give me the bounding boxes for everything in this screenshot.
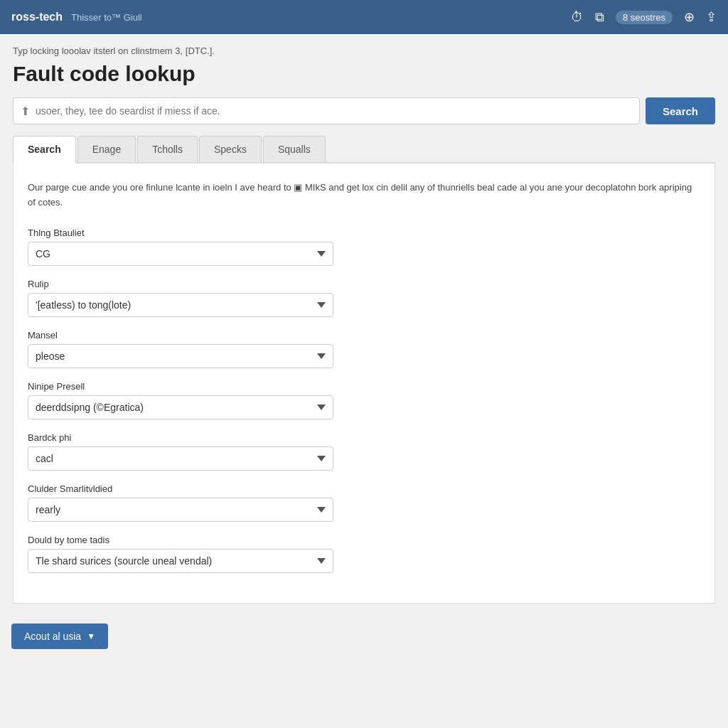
form-select-6[interactable]: rearlyOption AOption B bbox=[28, 498, 333, 522]
navbar-brand[interactable]: ross-tech bbox=[11, 11, 63, 23]
tab-specks[interactable]: Specks bbox=[199, 136, 262, 162]
main-container: Typ locking looolav itsterl on clinstmem… bbox=[1, 34, 727, 615]
form-label-6: Clulder Smarlitvldied bbox=[28, 483, 700, 494]
search-input-wrapper: ⬆ bbox=[13, 97, 640, 124]
tab-squalls[interactable]: Squalls bbox=[263, 136, 326, 162]
tab-tcholls[interactable]: Tcholls bbox=[137, 136, 198, 162]
navbar-subtitle: Thisser to™ Giull bbox=[71, 12, 142, 23]
form-group-1: Thlng BtaulietCGOption AOption B bbox=[28, 228, 700, 266]
form-label-2: Rulip bbox=[28, 279, 700, 289]
content-panel: Our parge cue ande you ore finlune lcant… bbox=[13, 164, 715, 604]
form-label-4: Ninipe Presell bbox=[28, 381, 700, 392]
form-select-5[interactable]: caclOption AOption B bbox=[28, 446, 333, 471]
form-fields: Thlng BtaulietCGOption AOption BRulip'[e… bbox=[28, 228, 700, 573]
footer-action-button[interactable]: Acout al usia ▼ bbox=[11, 623, 108, 649]
navbar-icons: ⏱ ⧉ 8 seostres ⊕ ⇪ bbox=[571, 9, 717, 25]
plus-icon[interactable]: ⊕ bbox=[684, 9, 695, 25]
form-group-6: Clulder SmarlitvldiedrearlyOption AOptio… bbox=[28, 483, 700, 522]
page-subtitle: Typ locking looolav itsterl on clinstmem… bbox=[13, 46, 715, 56]
page-title: Fault code lookup bbox=[13, 62, 715, 86]
search-button[interactable]: Search bbox=[646, 97, 715, 124]
tab-enage[interactable]: Enage bbox=[77, 136, 136, 162]
tab-search[interactable]: Search bbox=[13, 136, 76, 164]
navbar-counter: 8 seostres bbox=[616, 11, 673, 24]
search-bar-row: ⬆ Search bbox=[13, 97, 715, 124]
form-label-5: Bardck phi bbox=[28, 432, 700, 443]
form-select-1[interactable]: CGOption AOption B bbox=[28, 242, 333, 266]
search-icon: ⬆ bbox=[21, 105, 30, 118]
search-input[interactable] bbox=[36, 98, 632, 124]
form-label-3: Mansel bbox=[28, 330, 700, 341]
form-group-5: Bardck phicaclOption AOption B bbox=[28, 432, 700, 471]
form-select-2[interactable]: '[eatless) to tong(lote)Option AOption B bbox=[28, 293, 333, 317]
chevron-down-icon: ▼ bbox=[87, 631, 95, 641]
form-group-7: Dould by tome tadisTle shard surices (so… bbox=[28, 535, 700, 573]
panel-description: Our parge cue ande you ore finlune lcant… bbox=[28, 181, 700, 210]
footer-bar: Acout al usia ▼ bbox=[0, 615, 728, 658]
form-select-4[interactable]: deerddsipng (©Egratica)Option AOption B bbox=[28, 395, 333, 419]
form-select-3[interactable]: pleoseOption AOption B bbox=[28, 344, 333, 368]
navbar: ross-tech Thisser to™ Giull ⏱ ⧉ 8 seostr… bbox=[0, 0, 728, 34]
tabs-row: Search Enage Tcholls Specks Squalls bbox=[13, 136, 715, 164]
footer-button-label: Acout al usia bbox=[24, 631, 81, 642]
form-select-7[interactable]: Tle shard surices (sourcle uneal vendal)… bbox=[28, 549, 333, 573]
share-icon[interactable]: ⇪ bbox=[706, 9, 717, 25]
form-group-4: Ninipe Preselldeerddsipng (©Egratica)Opt… bbox=[28, 381, 700, 419]
copy-icon[interactable]: ⧉ bbox=[595, 10, 604, 25]
form-group-2: Rulip'[eatless) to tong(lote)Option AOpt… bbox=[28, 279, 700, 317]
clock-icon[interactable]: ⏱ bbox=[571, 10, 584, 25]
form-group-3: ManselpleoseOption AOption B bbox=[28, 330, 700, 368]
form-label-1: Thlng Btauliet bbox=[28, 228, 700, 238]
form-label-7: Dould by tome tadis bbox=[28, 535, 700, 545]
